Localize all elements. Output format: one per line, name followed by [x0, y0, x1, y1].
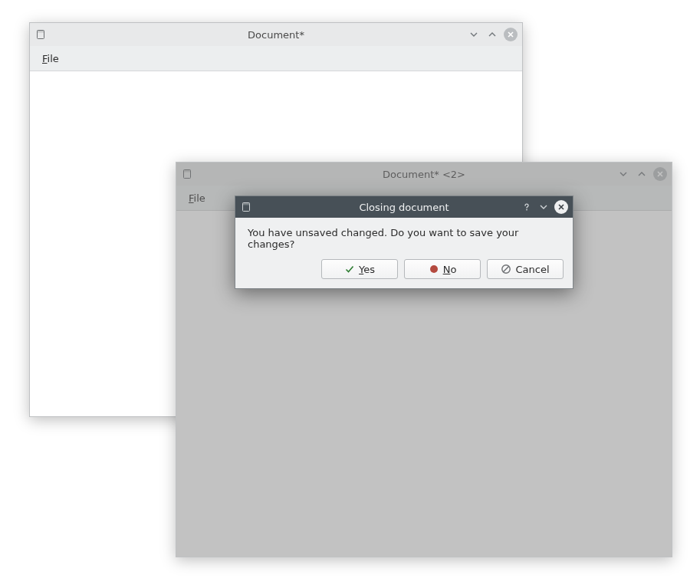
dialog-titlebar: Closing document [235, 196, 573, 218]
check-icon [344, 264, 355, 274]
record-stop-icon [429, 264, 439, 274]
dialog-button-row: Yes No Cancel [235, 253, 573, 288]
help-button[interactable] [521, 201, 533, 213]
cancel-icon [501, 264, 511, 274]
titlebar-2: Document* <2> [176, 163, 672, 186]
svg-rect-1 [38, 31, 44, 33]
svg-line-9 [504, 266, 509, 271]
minimize-button-2[interactable] [616, 167, 630, 181]
maximize-button-1[interactable] [485, 28, 499, 41]
menu-file-1[interactable]: File [38, 50, 64, 67]
cancel-button-label: Cancel [515, 264, 549, 275]
yes-button[interactable]: Yes [321, 259, 398, 279]
window-title-1: Document* [30, 29, 522, 41]
menu-file-rest-1: ile [48, 53, 59, 64]
menu-file-rest-2: ile [194, 192, 205, 204]
closing-document-dialog: Closing document You have unsaved change… [235, 195, 573, 289]
maximize-button-2[interactable] [635, 167, 649, 181]
titlebar-1: Document* [30, 23, 522, 46]
svg-point-6 [526, 209, 527, 211]
close-button-2[interactable] [653, 167, 667, 181]
minimize-dialog-button[interactable] [537, 201, 550, 213]
close-dialog-button[interactable] [554, 200, 568, 214]
document-icon [181, 168, 193, 180]
menubar-1: File [30, 46, 522, 71]
svg-point-7 [430, 265, 438, 273]
close-button-1[interactable] [504, 28, 518, 41]
document-icon [35, 28, 47, 41]
window-title-2: Document* <2> [176, 169, 672, 180]
dialog-message: You have unsaved changed. Do you want to… [235, 218, 573, 253]
document-icon [240, 201, 252, 213]
no-button[interactable]: No [404, 259, 481, 279]
svg-rect-3 [184, 170, 191, 172]
no-button-label: No [443, 264, 457, 275]
svg-rect-5 [243, 203, 250, 205]
menu-file-2[interactable]: File [184, 189, 210, 207]
minimize-button-1[interactable] [467, 28, 481, 41]
cancel-button[interactable]: Cancel [487, 259, 564, 279]
yes-button-label: Yes [359, 264, 375, 275]
